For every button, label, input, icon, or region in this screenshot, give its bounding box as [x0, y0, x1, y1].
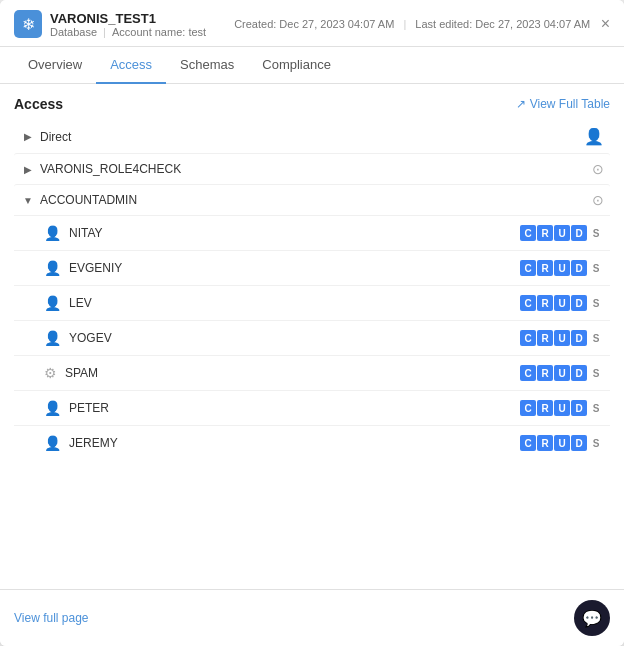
tab-bar: Overview Access Schemas Compliance [0, 47, 624, 84]
crud-badges-nitay: C R U D S [520, 225, 604, 241]
window-title: VARONIS_TEST1 [50, 11, 206, 26]
crud-badges-spam: C R U D S [520, 365, 604, 381]
badge-d: D [571, 435, 587, 451]
badge-c: C [520, 330, 536, 346]
user-name-nitay: NITAY [69, 226, 520, 240]
chat-icon: 💬 [582, 609, 602, 628]
chevron-down-icon: ▼ [20, 192, 36, 208]
title-bar: ❄ VARONIS_TEST1 Database | Account name:… [0, 0, 624, 47]
badge-u: U [554, 295, 570, 311]
section-header: Access ↗ View Full Table [14, 96, 610, 112]
section-title: Access [14, 96, 63, 112]
badge-s: S [588, 330, 604, 346]
badge-s: S [588, 295, 604, 311]
badge-r: R [537, 260, 553, 276]
chevron-right-icon: ▶ [20, 129, 36, 145]
badge-r: R [537, 435, 553, 451]
badge-d: D [571, 225, 587, 241]
crud-badges-evgeniy: C R U D S [520, 260, 604, 276]
badge-d: D [571, 330, 587, 346]
badge-u: U [554, 365, 570, 381]
user-row-lev: 👤 LEV C R U D S [14, 285, 610, 320]
badge-c: C [520, 400, 536, 416]
footer: View full page 💬 [0, 589, 624, 646]
tree-item-accountadmin[interactable]: ▼ ACCOUNTADMIN ⊙ [14, 184, 610, 215]
title-subtitle: Database | Account name: test [50, 26, 206, 38]
tree-label-direct: Direct [40, 130, 584, 144]
badge-u: U [554, 435, 570, 451]
tree-item-direct[interactable]: ▶ Direct 👤 [14, 120, 610, 153]
roles-icon: ⊙ [592, 161, 604, 177]
badge-r: R [537, 295, 553, 311]
badge-d: D [571, 365, 587, 381]
person-icon-peter: 👤 [44, 400, 61, 416]
crud-badges-peter: C R U D S [520, 400, 604, 416]
badge-u: U [554, 330, 570, 346]
badge-s: S [588, 365, 604, 381]
badge-r: R [537, 365, 553, 381]
user-name-yogev: YOGEV [69, 331, 520, 345]
user-name-lev: LEV [69, 296, 520, 310]
user-name-evgeniy: EVGENIY [69, 261, 520, 275]
person-icon-yogev: 👤 [44, 330, 61, 346]
gear-icon-spam: ⚙ [44, 365, 57, 381]
crud-badges-lev: C R U D S [520, 295, 604, 311]
badge-r: R [537, 225, 553, 241]
crud-badges-yogev: C R U D S [520, 330, 604, 346]
user-row-yogev: 👤 YOGEV C R U D S [14, 320, 610, 355]
chat-button[interactable]: 💬 [574, 600, 610, 636]
badge-d: D [571, 400, 587, 416]
user-row-jeremy: 👤 JEREMY C R U D S [14, 425, 610, 460]
user-name-peter: PETER [69, 401, 520, 415]
badge-u: U [554, 400, 570, 416]
view-full-table-link[interactable]: ↗ View Full Table [516, 97, 610, 111]
user-name-jeremy: JEREMY [69, 436, 520, 450]
last-edited-date: Last edited: Dec 27, 2023 04:07 AM [415, 18, 590, 30]
crud-badges-jeremy: C R U D S [520, 435, 604, 451]
tab-access[interactable]: Access [96, 47, 166, 84]
badge-c: C [520, 260, 536, 276]
tab-schemas[interactable]: Schemas [166, 47, 248, 84]
roles-icon-2: ⊙ [592, 192, 604, 208]
person-icon-lev: 👤 [44, 295, 61, 311]
badge-c: C [520, 225, 536, 241]
tab-overview[interactable]: Overview [14, 47, 96, 84]
user-row-peter: 👤 PETER C R U D S [14, 390, 610, 425]
created-date: Created: Dec 27, 2023 04:07 AM [234, 18, 394, 30]
tab-compliance[interactable]: Compliance [248, 47, 345, 84]
person-icon-nitay: 👤 [44, 225, 61, 241]
view-full-table-label: View Full Table [530, 97, 610, 111]
badge-s: S [588, 435, 604, 451]
badge-u: U [554, 225, 570, 241]
badge-c: C [520, 365, 536, 381]
user-row-nitay: 👤 NITAY C R U D S [14, 215, 610, 250]
tree-item-varonis-role4check[interactable]: ▶ VARONIS_ROLE4CHECK ⊙ [14, 153, 610, 184]
title-left: ❄ VARONIS_TEST1 Database | Account name:… [14, 10, 590, 38]
close-button[interactable]: × [601, 16, 610, 32]
badge-s: S [588, 260, 604, 276]
tree-label-accountadmin: ACCOUNTADMIN [40, 193, 592, 207]
subtitle-account: Account name: test [112, 26, 206, 38]
badge-r: R [537, 330, 553, 346]
badge-s: S [588, 225, 604, 241]
app-icon: ❄ [14, 10, 42, 38]
person-icon-jeremy: 👤 [44, 435, 61, 451]
view-full-page-link[interactable]: View full page [14, 611, 89, 625]
badge-r: R [537, 400, 553, 416]
user-name-spam: SPAM [65, 366, 520, 380]
badge-c: C [520, 435, 536, 451]
external-link-icon: ↗ [516, 97, 526, 111]
badge-d: D [571, 260, 587, 276]
main-window: ❄ VARONIS_TEST1 Database | Account name:… [0, 0, 624, 646]
chevron-right-icon-2: ▶ [20, 161, 36, 177]
title-dates: Created: Dec 27, 2023 04:07 AM | Last ed… [234, 18, 590, 30]
badge-c: C [520, 295, 536, 311]
title-info: VARONIS_TEST1 Database | Account name: t… [50, 11, 206, 38]
user-row-spam: ⚙ SPAM C R U D S [14, 355, 610, 390]
badge-d: D [571, 295, 587, 311]
person-icon: 👤 [584, 127, 604, 146]
tree-label-varonis-role4check: VARONIS_ROLE4CHECK [40, 162, 592, 176]
user-row-evgeniy: 👤 EVGENIY C R U D S [14, 250, 610, 285]
content-area: Access ↗ View Full Table ▶ Direct 👤 ▶ VA… [0, 84, 624, 589]
subtitle-type: Database [50, 26, 97, 38]
